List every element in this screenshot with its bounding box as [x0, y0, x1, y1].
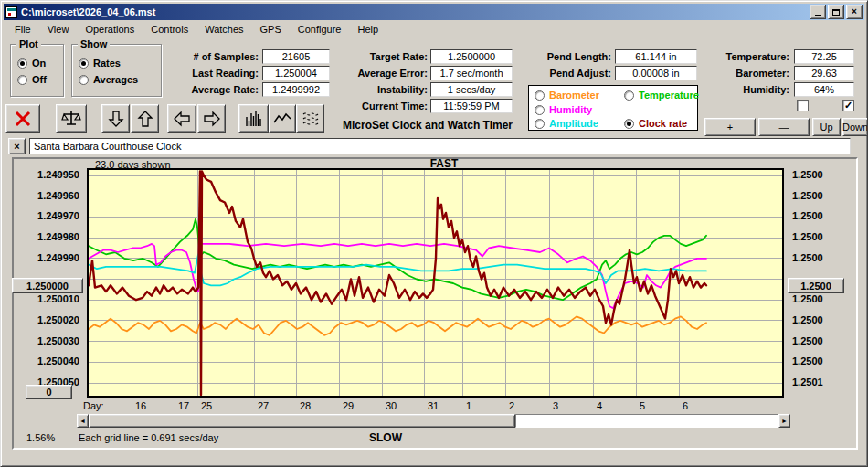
instability-label: Instability: [312, 84, 428, 95]
target-rate-label: Target Rate: [312, 51, 428, 62]
average-error-label: Average Error: [312, 68, 428, 79]
app-caption: MicroSet Clock and Watch Timer [323, 119, 533, 132]
radio-on-icon [17, 58, 27, 69]
radio-humidity[interactable]: Humidity [535, 104, 592, 115]
menu-gps[interactable]: GPS [252, 22, 290, 37]
plot-group-title: Plot [16, 38, 41, 49]
menu-view[interactable]: View [39, 22, 78, 37]
arrow-down-icon [106, 109, 126, 129]
grid-line-note: Each grid line = 0.691 secs/day [79, 432, 218, 443]
radio-temperature-label: Temperature [639, 90, 699, 101]
radio-plot-on[interactable]: On [17, 58, 46, 69]
radio-clock-rate-label: Clock rate [639, 118, 687, 129]
last-reading-label: Last Reading: [138, 68, 259, 79]
temperature-label: Temperature: [682, 51, 789, 62]
samples-label: # of Samples: [138, 51, 259, 62]
radio-rates-icon [79, 58, 89, 69]
window-title: C:\microset\2026_04_06.mst [21, 6, 808, 17]
application-window: C:\microset\2026_04_06.mst × File View O… [0, 0, 868, 467]
radio-show-averages[interactable]: Averages [79, 74, 138, 85]
scrollbar-right-button[interactable]: ► [778, 414, 790, 428]
show-group-title: Show [78, 38, 110, 49]
radio-temperature[interactable]: Temperature [624, 90, 699, 101]
radio-barometer-label: Barometer [549, 90, 599, 101]
pend-length-label: Pend Length: [494, 51, 611, 62]
histogram-icon [244, 109, 264, 129]
delete-button[interactable] [5, 104, 40, 133]
minimize-icon [815, 15, 821, 16]
temperature-value[interactable]: 72.25 [794, 49, 854, 64]
menu-configure[interactable]: Configure [290, 22, 350, 37]
y-axis-center-button-right[interactable]: 1.2500 [788, 278, 844, 293]
arrow-up-icon [135, 109, 155, 129]
maximize-button[interactable] [828, 5, 844, 19]
y-axis-center-button-left[interactable]: 1.250000 [12, 278, 83, 293]
radio-temperature-icon [624, 90, 634, 101]
radio-rates-label: Rates [93, 58, 121, 69]
menu-file[interactable]: File [6, 22, 39, 37]
close-button[interactable]: × [846, 5, 863, 19]
scrollbar-left-icon: ◄ [79, 418, 86, 424]
y-axis-zero-button[interactable]: 0 [26, 385, 72, 399]
scrollbar-track[interactable] [515, 414, 778, 428]
plot-frame [87, 168, 784, 398]
scrollbar-right-icon: ► [781, 418, 788, 424]
minimize-button[interactable] [810, 5, 826, 19]
x-axis-label: Day: [83, 400, 104, 411]
radio-show-rates[interactable]: Rates [79, 58, 121, 69]
current-time-value[interactable]: 11:59:59 PM [430, 99, 513, 113]
radio-humidity-icon [535, 105, 545, 115]
barometer-value[interactable]: 29.63 [794, 66, 854, 80]
menu-controls[interactable]: Controls [143, 22, 196, 37]
check-icon: ✓ [844, 100, 852, 111]
shift-up-button[interactable] [131, 104, 159, 133]
app-icon [5, 6, 17, 18]
radio-humidity-label: Humidity [549, 104, 592, 115]
close-icon: × [852, 7, 857, 16]
clear-icon: × [14, 141, 19, 152]
title-bar: C:\microset\2026_04_06.mst × [4, 4, 864, 20]
humidity-value[interactable]: 64% [794, 82, 854, 97]
radio-amplitude-icon [535, 119, 545, 129]
scrollbar-left-button[interactable]: ◄ [77, 414, 89, 428]
radio-barometer[interactable]: Barometer [535, 90, 599, 101]
radio-clock-rate[interactable]: Clock rate [624, 118, 687, 129]
plus-button[interactable]: + [704, 118, 756, 136]
pend-adjust-label: Pend Adjust: [494, 68, 611, 79]
scroll-right-button[interactable] [197, 104, 226, 133]
radio-on-label: On [32, 58, 46, 69]
checkbox-right[interactable]: ✓ [842, 100, 854, 111]
instability-value[interactable]: 1 secs/day [430, 82, 513, 97]
radio-amplitude[interactable]: Amplitude [535, 118, 598, 129]
up-button[interactable]: Up [812, 118, 841, 136]
checkbox-left[interactable] [797, 100, 809, 111]
wavy-lines-icon [301, 109, 321, 129]
red-x-icon [13, 109, 33, 129]
clear-name-button[interactable]: × [8, 138, 26, 154]
plot-canvas [89, 170, 782, 396]
arrow-right-icon [202, 109, 222, 129]
plot-group: Plot On Off [10, 44, 64, 97]
menu-help[interactable]: Help [350, 22, 387, 37]
line-view-button[interactable] [269, 104, 296, 133]
scrollbar-thumb[interactable] [89, 414, 515, 428]
shift-down-button[interactable] [101, 104, 130, 133]
smooth-view-button[interactable] [296, 104, 324, 133]
arrow-left-icon [172, 109, 192, 129]
minus-button[interactable]: — [758, 118, 810, 136]
radio-off-icon [17, 75, 27, 85]
menu-bar: File View Operations Controls Watches GP… [4, 21, 864, 38]
scroll-left-button[interactable] [167, 104, 196, 133]
histogram-view-button[interactable] [238, 104, 269, 133]
barometer-label: Barometer: [682, 68, 789, 79]
clock-name-input[interactable] [29, 138, 851, 154]
radio-averages-label: Averages [93, 74, 138, 85]
down-button[interactable]: Down [842, 118, 868, 136]
balance-button[interactable] [56, 104, 87, 133]
radio-plot-off[interactable]: Off [17, 74, 47, 85]
radio-clock-rate-icon [624, 119, 634, 129]
maximize-icon [832, 9, 840, 16]
menu-operations[interactable]: Operations [77, 22, 143, 37]
current-time-label: Current Time: [312, 101, 428, 111]
menu-watches[interactable]: Watches [196, 22, 251, 37]
